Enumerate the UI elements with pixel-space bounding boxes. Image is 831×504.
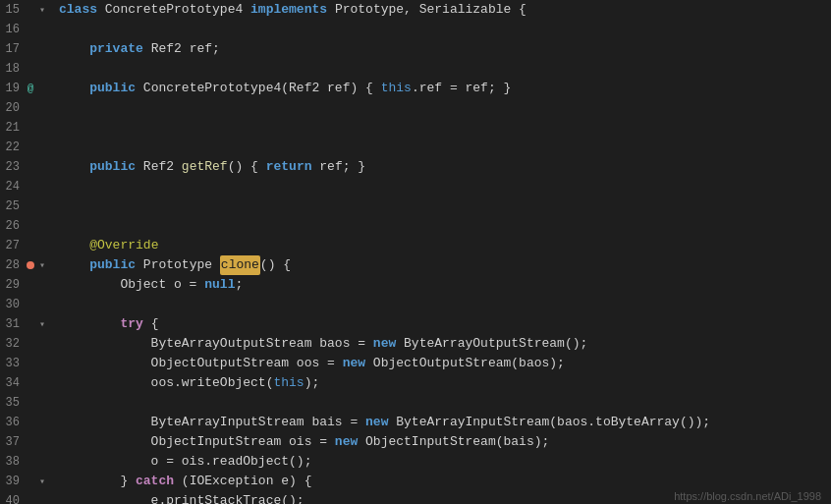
line-number: 38 <box>0 455 24 469</box>
token-plain: ref; } <box>319 157 365 177</box>
gutter-row: 31▾ <box>0 314 47 334</box>
token-plain: ByteArrayInputStream bais = <box>59 413 365 432</box>
gutter-row: 18 <box>0 59 47 79</box>
fold-icon[interactable] <box>37 221 47 231</box>
code-editor: 15▾16171819@202122232425262728▾293031▾32… <box>0 0 831 504</box>
code-line <box>51 177 831 196</box>
token-kw: public <box>89 79 143 98</box>
token-plain: ); <box>305 373 320 393</box>
gutter-row: 23 <box>0 157 47 177</box>
gutter-marker <box>24 216 37 236</box>
token-plain: (IOException e) { <box>174 472 311 491</box>
line-number: 34 <box>0 376 24 390</box>
watermark: https://blog.csdn.net/ADi_1998 <box>674 490 821 504</box>
gutter-marker <box>24 157 37 177</box>
fold-icon[interactable] <box>37 103 47 113</box>
line-number: 35 <box>0 396 24 410</box>
code-line: } catch (IOException e) { <box>51 472 831 491</box>
token-plain <box>59 255 89 275</box>
fold-icon[interactable] <box>37 64 47 74</box>
fold-icon[interactable] <box>37 418 47 427</box>
gutter-row: 22 <box>0 138 47 157</box>
code-line: Object o = null; <box>51 275 831 295</box>
highlighted-method: clone <box>220 255 260 275</box>
token-kw: class <box>59 0 105 20</box>
gutter-row: 35 <box>0 393 47 413</box>
fold-icon[interactable] <box>37 339 47 349</box>
gutter-row: 40 <box>0 491 47 504</box>
fold-icon[interactable] <box>37 241 47 251</box>
code-line: class ConcretePrototype4 implements Prot… <box>51 0 831 20</box>
line-number: 32 <box>0 337 24 351</box>
token-plain: ByteArrayOutputStream(); <box>396 334 587 354</box>
fold-icon[interactable]: ▾ <box>37 260 47 270</box>
fold-icon[interactable] <box>37 378 47 388</box>
fold-icon[interactable] <box>37 359 47 368</box>
code-line <box>51 98 831 118</box>
fold-icon[interactable] <box>37 437 47 447</box>
gutter-marker <box>24 236 37 255</box>
line-number: 21 <box>0 121 24 135</box>
gutter-row: 21 <box>0 118 47 138</box>
code-line: @Override <box>51 236 831 255</box>
line-number: 15 <box>0 3 24 17</box>
code-line: private Ref2 ref; <box>51 39 831 59</box>
token-kw: implements <box>250 0 335 20</box>
fold-icon[interactable] <box>37 25 47 34</box>
token-kw: public <box>89 157 143 177</box>
gutter-row: 34 <box>0 373 47 393</box>
token-plain: ObjectInputStream(bais); <box>358 432 549 452</box>
gutter-marker <box>24 138 37 157</box>
gutter-marker <box>24 196 37 216</box>
token-plain: () { <box>260 255 291 275</box>
token-kw: new <box>343 354 365 373</box>
fold-icon[interactable] <box>37 44 47 54</box>
fold-icon[interactable] <box>37 280 47 290</box>
token-kw: public <box>89 255 143 275</box>
line-number: 20 <box>0 101 24 115</box>
fold-icon[interactable] <box>37 142 47 152</box>
gutter-marker <box>24 472 37 491</box>
gutter-marker <box>24 20 37 39</box>
token-kw: null <box>204 275 235 295</box>
fold-icon[interactable]: ▾ <box>37 319 47 329</box>
token-plain: ; <box>235 275 243 295</box>
line-number: 26 <box>0 219 24 233</box>
token-annot: @Override <box>89 236 158 255</box>
line-number: 30 <box>0 298 24 311</box>
token-plain: Prototype, Serializable { <box>335 0 526 20</box>
gutter-marker: @ <box>24 79 37 98</box>
fold-icon[interactable] <box>37 84 47 93</box>
gutter-marker <box>24 0 37 20</box>
gutter-row: 28▾ <box>0 255 47 275</box>
code-content: class ConcretePrototype4 implements Prot… <box>51 0 831 504</box>
gutter-row: 25 <box>0 196 47 216</box>
at-marker: @ <box>28 83 34 94</box>
code-area: 15▾16171819@202122232425262728▾293031▾32… <box>0 0 831 504</box>
fold-icon[interactable] <box>37 123 47 133</box>
line-number: 18 <box>0 62 24 76</box>
fold-icon[interactable] <box>37 398 47 408</box>
fold-icon[interactable] <box>37 162 47 172</box>
fold-icon[interactable]: ▾ <box>37 5 47 15</box>
gutter-row: 29 <box>0 275 47 295</box>
code-line <box>51 196 831 216</box>
token-plain: { <box>143 314 159 334</box>
gutter-marker <box>24 413 37 432</box>
gutter-row: 37 <box>0 432 47 452</box>
fold-icon[interactable] <box>37 201 47 211</box>
line-number: 37 <box>0 435 24 449</box>
code-line: ObjectOutputStream oos = new ObjectOutpu… <box>51 354 831 373</box>
token-plain: } <box>59 472 136 491</box>
code-line <box>51 59 831 79</box>
gutter-marker <box>24 393 37 413</box>
fold-icon[interactable] <box>37 300 47 309</box>
fold-icon[interactable] <box>37 457 47 467</box>
fold-icon[interactable] <box>37 182 47 192</box>
gutter-marker <box>24 373 37 393</box>
gutter-row: 15▾ <box>0 0 47 20</box>
fold-icon[interactable] <box>37 496 47 504</box>
fold-icon[interactable]: ▾ <box>37 476 47 486</box>
gutter-marker <box>24 491 37 504</box>
token-plain: Ref2 ref; <box>151 39 220 59</box>
